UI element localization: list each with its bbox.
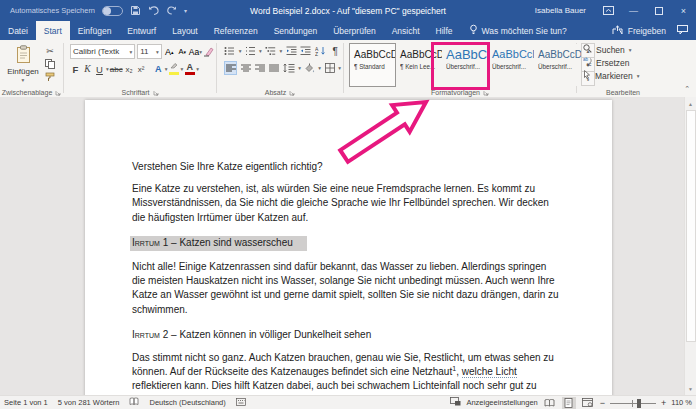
underline-button[interactable]: U [94,63,105,75]
language-label[interactable]: Deutsch (Deutschland) [149,398,225,407]
copy-icon[interactable] [45,59,55,69]
underline-caret-icon[interactable]: ▾ [106,66,109,72]
italic-button[interactable]: K [82,63,93,75]
undo-icon[interactable] [148,5,159,16]
collapse-ribbon-icon[interactable]: ⌃ [684,40,696,97]
font-color-button[interactable]: A [184,63,195,75]
justify-button[interactable] [269,62,280,74]
multilevel-list-icon[interactable] [265,45,277,57]
strikethrough-button[interactable]: abc [110,63,123,75]
zoom-in-icon[interactable]: + [661,398,666,408]
show-formatting-marks-icon[interactable]: ¶ [329,45,341,57]
align-right-button[interactable] [255,62,266,74]
zoom-slider[interactable] [610,397,656,409]
display-settings-icon[interactable] [450,397,461,408]
text-effects-button[interactable]: A [153,63,164,75]
grow-font-button[interactable]: A▴ [164,46,175,58]
highlight-button[interactable] [168,63,179,75]
scroll-down-icon[interactable]: ▼ [685,384,696,394]
font-size-combo[interactable]: 11▾ [137,44,162,59]
paste-button[interactable]: Einfügen ▾ [6,43,40,85]
font-name-combo[interactable]: Calibri (Textk▾ [70,44,135,59]
tab-ueberpruefen[interactable]: Überprüfen [325,21,384,40]
clipboard-dialog-launcher-icon[interactable] [55,90,61,96]
scrollbar-thumb[interactable] [686,110,696,342]
styles-group-label: Formatvorlagen [431,89,480,96]
increase-indent-icon[interactable] [300,45,312,57]
doc-paragraph-3: Das stimmt nicht so ganz. Auch Katzen br… [132,351,562,396]
maximize-icon[interactable] [646,0,671,21]
superscript-button[interactable]: x² [136,63,147,75]
line-spacing-icon[interactable] [283,62,295,74]
keyboard-icon[interactable] [236,398,246,408]
change-case-button[interactable]: Aa▾ [190,46,201,58]
grammar-underlined-text[interactable]: welche Licht [462,366,517,378]
display-settings-label[interactable]: Anzeigeeinstellungen [466,398,537,407]
scroll-up-icon[interactable]: ▲ [685,98,696,109]
read-mode-icon[interactable] [543,397,557,409]
find-button[interactable]: Suchen▾ [583,44,667,55]
tab-datei[interactable]: Datei [0,21,36,40]
clear-formatting-icon[interactable] [203,46,214,58]
tab-entwurf[interactable]: Entwurf [119,21,164,40]
document-area: Verstehen Sie Ihre Katze eigentlich rich… [0,97,696,396]
borders-icon[interactable] [324,62,335,74]
style-ueberschrift-3[interactable]: AaBbCcDe Überschrif... [534,44,579,86]
web-layout-icon[interactable] [581,397,595,409]
tab-hilfe[interactable]: Hilfe [428,21,461,40]
font-group-label: Schriftart [121,89,149,96]
tab-referenzen[interactable]: Referenzen [206,21,266,40]
print-layout-icon[interactable] [562,397,576,409]
tab-start[interactable]: Start [36,21,70,40]
align-center-button[interactable] [240,62,251,74]
document-page[interactable]: Verstehen Sie Ihre Katze eigentlich rich… [85,100,612,396]
zoom-slider-thumb[interactable] [637,399,641,408]
tell-me-box[interactable]: Was möchten Sie tun? [461,21,575,40]
bullets-icon[interactable] [224,45,236,57]
shrink-font-button[interactable]: A▾ [177,46,188,58]
font-size-value: 11 [140,47,148,56]
align-left-button[interactable] [224,61,237,75]
font-dialog-launcher-icon[interactable] [153,90,159,96]
cut-icon[interactable]: ✂ [46,46,54,56]
shading-icon[interactable] [304,62,315,74]
format-painter-icon[interactable] [45,72,55,82]
redo-icon[interactable] [166,5,177,16]
style-ueberschrift-1[interactable]: AaBbCc Überschrif... [442,44,487,86]
minimize-icon[interactable]: — [621,0,646,21]
decrease-indent-icon[interactable] [285,45,297,57]
paragraph-dialog-launcher-icon[interactable] [289,90,295,96]
tell-me-label: Was möchten Sie tun? [482,26,567,36]
doc-paragraph-1: Eine Katze zu verstehen, ist, als würden… [132,182,562,225]
bold-button[interactable]: F [70,63,81,75]
zoom-level[interactable]: 110 % [671,398,692,407]
zoom-out-icon[interactable]: − [600,398,605,408]
style-ueberschrift-2[interactable]: AaBbCcD Überschrif... [488,44,533,86]
share-button[interactable]: Freigeben [628,26,666,36]
subscript-button[interactable]: x₂ [124,63,135,75]
tab-layout[interactable]: Layout [164,21,206,40]
tab-einfuegen[interactable]: Einfügen [70,21,120,40]
ribbon-display-options-icon[interactable] [596,0,621,21]
select-button[interactable]: Markieren▾ [583,70,667,81]
styles-dialog-launcher-icon[interactable] [483,90,489,96]
style-standard[interactable]: AaBbCcDd ¶ Standard [350,44,395,86]
group-clipboard: Einfügen ▾ ✂ Zwischenablage [0,40,63,97]
close-icon[interactable]: × [671,0,696,21]
replace-label: Ersetzen [596,58,630,68]
vertical-scrollbar[interactable]: ▲ ▼ [684,97,696,396]
customize-qat-icon[interactable]: ▾ [184,7,187,14]
comments-icon[interactable] [677,25,688,36]
page-count[interactable]: Seite 1 von 1 [4,398,48,407]
style-kein-leerraum[interactable]: AaBbCcDd ¶ Kein Lee... [396,44,441,86]
autosave-toggle[interactable] [102,6,123,16]
replace-button[interactable]: abac Ersetzen [583,57,667,68]
numbering-icon[interactable] [244,45,256,57]
sort-icon[interactable]: AZ [315,45,327,57]
tab-ansicht[interactable]: Ansicht [384,21,428,40]
proofing-icon[interactable] [129,397,139,408]
save-icon[interactable] [130,5,141,16]
word-count[interactable]: 5 von 281 Wörtern [58,398,120,407]
tab-sendungen[interactable]: Sendungen [266,21,326,40]
share-icon [612,25,623,37]
